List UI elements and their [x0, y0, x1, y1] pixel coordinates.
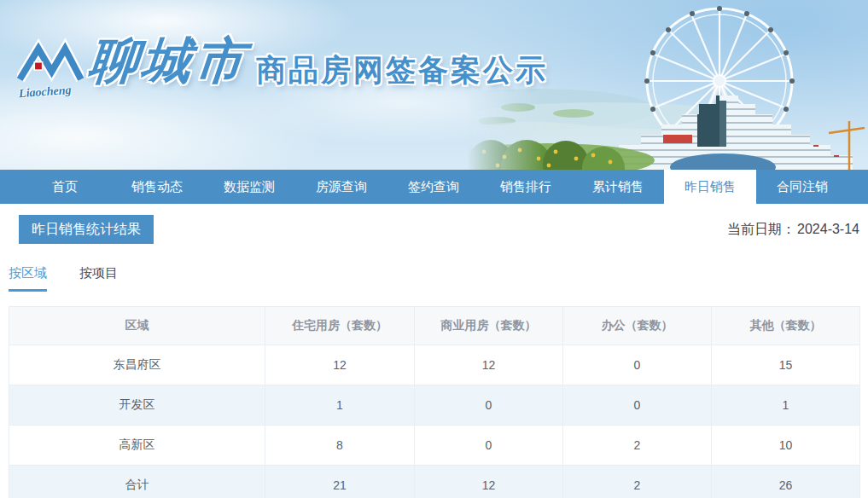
tab-by-project[interactable]: 按项目	[79, 265, 118, 292]
value-cell: 1	[712, 385, 860, 426]
main-nav: 首页 销售动态 数据监测 房源查询 签约查询 销售排行 累计销售 昨日销售 合同…	[0, 170, 868, 204]
value-cell: 12	[415, 345, 563, 385]
value-cell: 15	[712, 345, 860, 385]
value-cell: 12	[265, 345, 415, 385]
nav-item-listing-query[interactable]: 房源查询	[295, 170, 387, 204]
value-cell: 2	[563, 466, 712, 498]
city-name: 聊城市	[86, 31, 250, 90]
value-cell: 0	[563, 385, 712, 426]
nav-item-signing-query[interactable]: 签约查询	[387, 170, 480, 204]
column-header-residential: 住宅用房（套数）	[265, 307, 415, 345]
title-row: 昨日销售统计结果 当前日期：2024-3-14	[9, 215, 859, 244]
table-row: 东昌府区 12 12 0 15	[9, 345, 860, 385]
brand-script-label: Liaocheng	[19, 84, 72, 101]
region-cell: 东昌府区	[9, 345, 265, 385]
mountain-m-icon	[17, 36, 84, 87]
value-cell: 0	[415, 426, 563, 466]
value-cell: 26	[712, 466, 860, 498]
table-row-total: 合计 21 12 2 26	[9, 466, 860, 498]
value-cell: 10	[712, 426, 860, 466]
column-header-region: 区域	[9, 307, 265, 345]
tab-by-region[interactable]: 按区域	[9, 265, 47, 292]
nav-item-data-monitor[interactable]: 数据监测	[203, 170, 295, 204]
nav-item-yesterday-sales[interactable]: 昨日销售	[664, 170, 756, 204]
value-cell: 21	[265, 466, 415, 498]
value-cell: 8	[265, 426, 415, 466]
column-header-other: 其他（套数）	[712, 307, 860, 345]
view-tabs: 按区域 按项目	[9, 265, 859, 292]
table-row: 开发区 1 0 0 1	[9, 385, 860, 426]
table-row: 高新区 8 0 2 10	[9, 426, 860, 466]
liaocheng-logo: Liaocheng	[17, 36, 84, 99]
region-cell: 开发区	[9, 385, 265, 426]
page: Liaocheng 聊城市 商品房网签备案公示 首页 销售动态 数据监测 房源查…	[0, 0, 868, 498]
nav-item-sales-ranking[interactable]: 销售排行	[480, 170, 572, 204]
column-header-office: 办公（套数）	[563, 307, 712, 345]
value-cell: 12	[415, 466, 563, 498]
nav-item-home[interactable]: 首页	[19, 170, 111, 204]
content-area: 昨日销售统计结果 当前日期：2024-3-14 按区域 按项目 区域 住宅用房（…	[0, 215, 868, 498]
nav-item-cumulative-sales[interactable]: 累计销售	[572, 170, 664, 204]
value-cell: 1	[265, 385, 415, 426]
value-cell: 0	[563, 345, 712, 385]
current-date-label: 当前日期：	[727, 222, 795, 236]
region-cell: 合计	[9, 466, 265, 498]
nav-item-contract-cancellation[interactable]: 合同注销	[756, 170, 848, 204]
current-date-value: 2024-3-14	[797, 222, 859, 236]
value-cell: 2	[563, 426, 712, 466]
site-title: 商品房网签备案公示	[256, 49, 548, 90]
value-cell: 0	[415, 385, 563, 426]
sales-table: 区域 住宅用房（套数） 商业用房（套数） 办公（套数） 其他（套数） 东昌府区 …	[9, 306, 860, 498]
table-header-row: 区域 住宅用房（套数） 商业用房（套数） 办公（套数） 其他（套数）	[9, 307, 860, 345]
region-cell: 高新区	[9, 426, 265, 466]
site-banner: Liaocheng 聊城市 商品房网签备案公示	[0, 0, 868, 170]
column-header-commercial: 商业用房（套数）	[415, 307, 563, 345]
page-title: 昨日销售统计结果	[19, 215, 154, 244]
brand-block: Liaocheng 聊城市 商品房网签备案公示	[17, 31, 548, 99]
nav-item-sales-dynamics[interactable]: 销售动态	[111, 170, 203, 204]
current-date: 当前日期：2024-3-14	[727, 221, 859, 239]
